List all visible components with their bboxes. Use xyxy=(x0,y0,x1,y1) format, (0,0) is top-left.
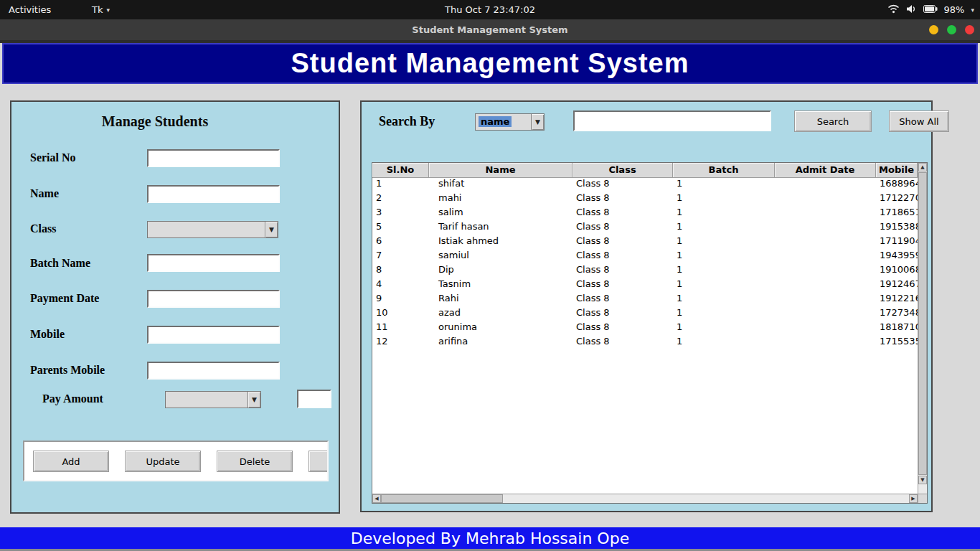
class-label: Class xyxy=(30,222,56,235)
table-cell: Istiak ahmed xyxy=(429,235,573,250)
search-by-combobox[interactable]: name ▼ xyxy=(475,113,545,131)
table-cell: 1 xyxy=(673,250,775,264)
close-button[interactable] xyxy=(965,25,974,34)
add-button[interactable]: Add xyxy=(33,451,109,472)
table-row[interactable]: 12arifinaClass 8117155356 xyxy=(372,336,918,350)
app-menu-button[interactable]: Tk ▾ xyxy=(92,0,110,19)
scroll-right-icon[interactable]: ▶ xyxy=(909,494,918,503)
search-by-combobox-value: name xyxy=(476,114,531,130)
table-cell: 18187100 xyxy=(876,321,918,336)
column-header-class[interactable]: Class xyxy=(573,163,673,177)
table-cell: shifat xyxy=(429,178,573,192)
batch-name-label: Batch Name xyxy=(30,257,90,270)
dropdown-arrow-icon[interactable]: ▼ xyxy=(265,222,278,237)
maximize-button[interactable] xyxy=(947,25,956,34)
scroll-down-icon[interactable]: ▼ xyxy=(918,476,927,484)
partial-button[interactable] xyxy=(308,451,329,472)
table-row[interactable]: 10azadClass 8117273487 xyxy=(372,307,918,321)
horizontal-scrollbar-thumb[interactable] xyxy=(381,494,503,503)
class-combobox[interactable]: ▼ xyxy=(147,221,278,238)
vertical-scrollbar[interactable]: ▲ ▼ xyxy=(918,163,927,494)
battery-percent-label: 98% xyxy=(944,4,965,15)
table-cell xyxy=(775,250,876,264)
batch-name-input[interactable] xyxy=(147,254,280,272)
app-header-banner: Student Management System xyxy=(2,43,978,84)
activities-button[interactable]: Activities xyxy=(9,0,51,19)
table-cell: 1 xyxy=(673,336,775,350)
table-row[interactable]: 4TasnimClass 8119124675 xyxy=(372,278,918,293)
show-all-button[interactable]: Show All xyxy=(889,110,949,132)
column-header-admit-date[interactable]: Admit Date xyxy=(775,163,876,177)
table-cell: samiul xyxy=(429,250,573,264)
payment-date-input[interactable] xyxy=(147,290,280,308)
table-cell: salim xyxy=(429,207,573,221)
table-cell xyxy=(775,293,876,307)
search-by-label: Search By xyxy=(379,114,435,129)
footer-bar: Developed By Mehrab Hossain Ope xyxy=(0,527,980,549)
column-header-batch[interactable]: Batch xyxy=(673,163,775,177)
table-row[interactable]: 1shifatClass 8116889647 xyxy=(372,178,918,192)
parents-mobile-input[interactable] xyxy=(147,362,280,380)
action-buttons-frame: Add Update Delete xyxy=(23,441,329,481)
vertical-scrollbar-thumb[interactable] xyxy=(918,172,927,475)
table-cell: Class 8 xyxy=(573,336,673,350)
chevron-down-icon: ▾ xyxy=(106,6,110,14)
table-cell: mahi xyxy=(429,192,573,207)
table-cell: 5 xyxy=(372,221,429,235)
table-cell: 1 xyxy=(673,321,775,336)
table-row[interactable]: 5Tarif hasanClass 8119153888 xyxy=(372,221,918,235)
name-input[interactable] xyxy=(147,185,280,203)
screen: Activities Tk ▾ Thu Oct 7 23:47:02 xyxy=(0,0,980,551)
table-cell: 19153888 xyxy=(876,221,918,235)
table-cell: 1 xyxy=(673,235,775,250)
search-input[interactable] xyxy=(573,110,771,131)
system-top-bar: Activities Tk ▾ Thu Oct 7 23:47:02 xyxy=(0,0,980,19)
table-cell: Class 8 xyxy=(573,307,673,321)
table-cell xyxy=(775,235,876,250)
scrollbar-corner xyxy=(918,494,927,503)
column-header-mobile[interactable]: Mobile xyxy=(876,163,918,177)
column-header-sl-no[interactable]: Sl.No xyxy=(372,163,429,177)
mobile-input[interactable] xyxy=(147,326,280,344)
column-header-name[interactable]: Name xyxy=(429,163,573,177)
minimize-button[interactable] xyxy=(929,25,938,34)
system-status-area[interactable]: 98% ▾ xyxy=(887,0,974,19)
table-cell: Class 8 xyxy=(573,293,673,307)
window-title: Student Management System xyxy=(0,19,980,40)
table-row[interactable]: 3salimClass 8117186515 xyxy=(372,207,918,221)
window-title-bar[interactable]: Student Management System xyxy=(0,19,980,42)
delete-button[interactable]: Delete xyxy=(217,451,293,472)
pay-amount-extra-input[interactable] xyxy=(297,390,331,408)
table-row[interactable]: 6Istiak ahmedClass 8117119045 xyxy=(372,235,918,250)
volume-icon xyxy=(906,4,917,16)
table-cell: orunima xyxy=(429,321,573,336)
search-button[interactable]: Search xyxy=(794,110,872,132)
clock[interactable]: Thu Oct 7 23:47:02 xyxy=(445,0,535,19)
update-button[interactable]: Update xyxy=(125,451,201,472)
table-cell: 6 xyxy=(372,235,429,250)
scroll-up-icon[interactable]: ▲ xyxy=(918,163,927,171)
table-cell: 16889647 xyxy=(876,178,918,192)
table-cell xyxy=(775,178,876,192)
battery-icon xyxy=(923,4,938,15)
table-cell: 3 xyxy=(372,207,429,221)
table-cell: 1 xyxy=(673,278,775,293)
table-cell: 19122163 xyxy=(876,293,918,307)
app-menu-label: Tk xyxy=(92,4,103,15)
table-row[interactable]: 9RahiClass 8119122163 xyxy=(372,293,918,307)
scroll-left-icon[interactable]: ◀ xyxy=(372,494,381,503)
table-cell: 1 xyxy=(673,192,775,207)
table-row[interactable]: 7samiulClass 8119439595 xyxy=(372,250,918,264)
dropdown-arrow-icon[interactable]: ▼ xyxy=(531,114,544,130)
wifi-icon xyxy=(887,4,900,16)
table-row[interactable]: 8DipClass 8119100684 xyxy=(372,264,918,278)
serial-no-input[interactable] xyxy=(147,149,280,167)
horizontal-scrollbar[interactable]: ◀ ▶ xyxy=(372,494,918,503)
table-row[interactable]: 11orunimaClass 8118187100 xyxy=(372,321,918,336)
table-cell: 1 xyxy=(673,178,775,192)
pay-amount-combobox[interactable]: ▼ xyxy=(165,391,261,408)
dropdown-arrow-icon[interactable]: ▼ xyxy=(248,392,260,408)
table-row[interactable]: 2mahiClass 8117122708 xyxy=(372,192,918,207)
name-label: Name xyxy=(30,187,59,200)
table-cell: 1 xyxy=(673,264,775,278)
